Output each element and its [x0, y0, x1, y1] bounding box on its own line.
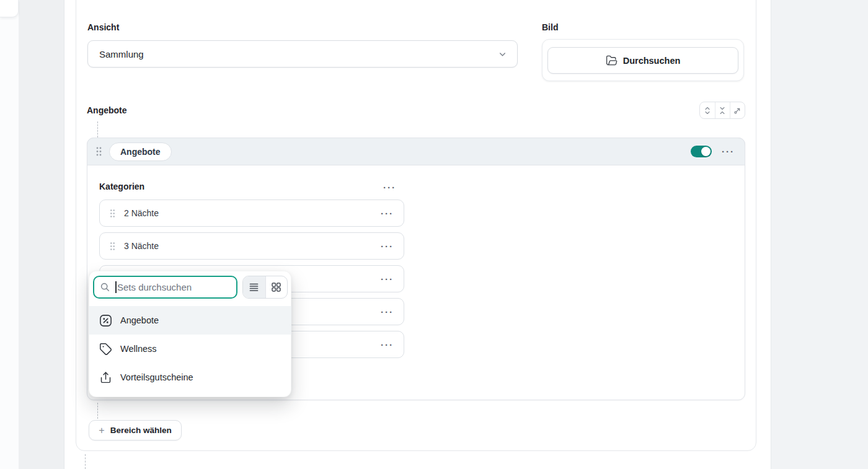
connector-dash: [97, 403, 98, 419]
block-pill[interactable]: Angebote: [109, 142, 172, 161]
left-edge-panel: [0, 0, 19, 469]
chevron-down-icon: [498, 50, 507, 59]
category-row[interactable]: 3 Nächte ···: [99, 232, 404, 260]
connector-dash: [97, 121, 98, 138]
expand-panel-button[interactable]: [730, 102, 745, 118]
connector-dash: [85, 454, 86, 469]
list-view-button[interactable]: [243, 276, 265, 298]
block-more-options-button[interactable]: ···: [722, 147, 735, 156]
row-more-options-button[interactable]: ···: [381, 307, 394, 317]
unfold-icon: [704, 107, 711, 115]
percent-icon: [99, 314, 112, 327]
folder-open-icon: [606, 55, 618, 66]
ansicht-label: Ansicht: [87, 22, 119, 32]
plus-icon: +: [99, 426, 104, 436]
category-row-label: 3 Nächte: [124, 241, 381, 251]
set-option-angebote[interactable]: Angebote: [89, 306, 291, 335]
settings-panel: Ansicht Sammlung Bild Durchsuchen Angebo…: [0, 0, 868, 469]
drag-handle-icon[interactable]: [110, 242, 115, 251]
collapse-all-button[interactable]: [715, 102, 730, 118]
section-block-header: Angebote ···: [87, 138, 745, 165]
ansicht-select[interactable]: Sammlung: [87, 40, 518, 68]
row-more-options-button[interactable]: ···: [381, 274, 394, 284]
row-more-options-button[interactable]: ···: [381, 340, 394, 349]
page-background-left: [19, 0, 64, 469]
top-left-corner-panel: [0, 0, 19, 17]
view-mode-switcher: [242, 276, 288, 299]
browse-button-label: Durchsuchen: [623, 56, 681, 66]
set-option-wellness[interactable]: Wellness: [89, 335, 291, 363]
expand-all-button[interactable]: [700, 102, 715, 118]
drag-handle-icon[interactable]: [95, 146, 102, 157]
text-cursor: [115, 281, 117, 293]
add-section-label: Bereich wählen: [110, 426, 172, 435]
fold-icon: [719, 107, 725, 115]
set-option-vorteilsgutscheine[interactable]: Vorteilsgutscheine: [89, 363, 291, 392]
set-option-label: Wellness: [120, 344, 157, 354]
tag-icon: [99, 343, 112, 356]
row-more-options-button[interactable]: ···: [381, 242, 394, 251]
set-search-input[interactable]: [93, 276, 237, 299]
section-view-controls: [699, 102, 745, 119]
resize-diagonal-icon: [733, 107, 742, 115]
grid-view-button[interactable]: [265, 276, 288, 298]
share-icon: [99, 371, 112, 384]
grid-icon: [271, 282, 281, 292]
section-title: Angebote: [87, 105, 127, 115]
preview-background-right: [771, 0, 868, 469]
category-row-label: 2 Nächte: [124, 208, 381, 218]
ansicht-select-value: Sammlung: [99, 49, 498, 59]
category-row[interactable]: 2 Nächte ···: [99, 199, 404, 227]
set-option-label: Vorteilsgutscheine: [120, 372, 193, 382]
set-search: [93, 276, 237, 299]
browse-button[interactable]: Durchsuchen: [547, 47, 738, 74]
kategorien-label: Kategorien: [99, 182, 144, 191]
block-visibility-toggle[interactable]: [691, 146, 712, 157]
search-icon: [100, 282, 110, 292]
kategorien-more-options-button[interactable]: ···: [383, 183, 396, 192]
drag-handle-icon[interactable]: [110, 209, 115, 218]
add-section-button[interactable]: + Bereich wählen: [89, 420, 182, 441]
bild-label: Bild: [542, 22, 558, 32]
row-more-options-button[interactable]: ···: [381, 209, 394, 218]
set-option-label: Angebote: [120, 315, 159, 325]
list-icon: [249, 282, 259, 292]
